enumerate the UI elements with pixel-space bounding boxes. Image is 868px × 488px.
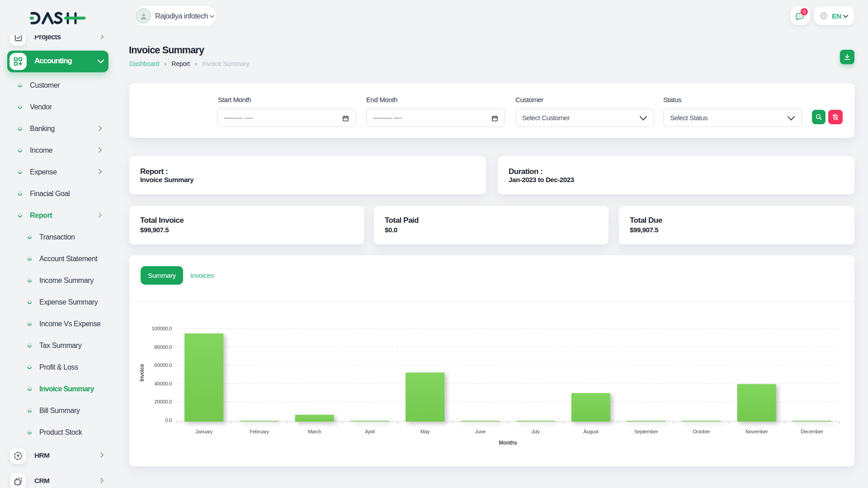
svg-text:40000.0: 40000.0 [154,381,172,386]
svg-text:0.0: 0.0 [165,418,172,423]
svg-text:60000.0: 60000.0 [154,362,172,368]
svg-text:April: April [365,429,374,434]
svg-text:November: November [745,429,768,434]
svg-text:80000.0: 80000.0 [154,344,172,350]
svg-text:February: February [250,429,269,434]
svg-text:Months: Months [499,440,517,446]
svg-text:September: September [634,429,658,434]
svg-text:January: January [195,429,213,434]
svg-text:July: July [531,429,540,434]
svg-text:Invoice: Invoice [139,364,145,381]
svg-text:December: December [801,429,823,434]
svg-text:100000.0: 100000.0 [151,326,172,331]
svg-text:August: August [583,429,599,434]
svg-text:May: May [420,429,430,434]
svg-text:June: June [475,429,486,434]
svg-text:March: March [308,429,321,434]
svg-text:October: October [693,429,710,434]
svg-text:20000.0: 20000.0 [154,399,172,404]
